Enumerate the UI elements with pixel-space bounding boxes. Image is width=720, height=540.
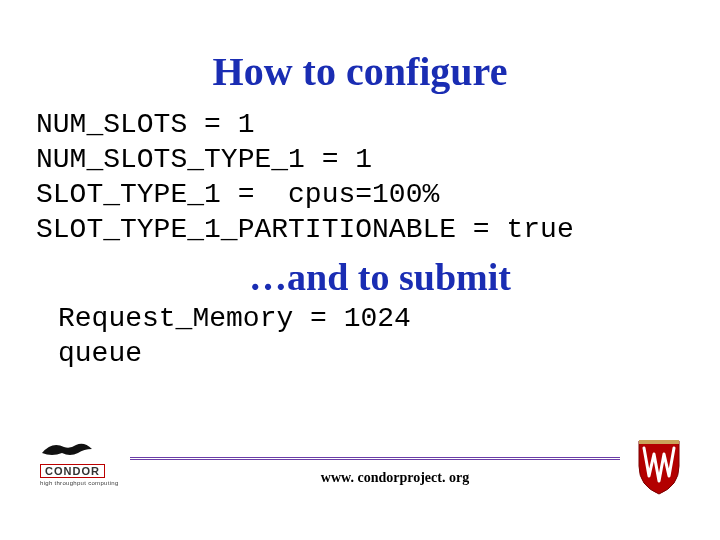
submit-code-block: Request_Memory = 1024 queue [58,301,680,371]
uw-crest-icon [634,436,684,496]
footer-separator [130,457,620,460]
footer: CONDOR high throughput computing www. co… [0,440,720,510]
title-and-to-submit: …and to submit [40,255,680,299]
slide: How to configure NUM_SLOTS = 1 NUM_SLOTS… [0,0,720,540]
svg-rect-0 [639,440,679,444]
condor-bird-icon [40,439,94,461]
footer-url: www. condorproject. org [0,470,720,486]
title-how-to-configure: How to configure [40,48,680,95]
config-code-block: NUM_SLOTS = 1 NUM_SLOTS_TYPE_1 = 1 SLOT_… [36,107,680,247]
